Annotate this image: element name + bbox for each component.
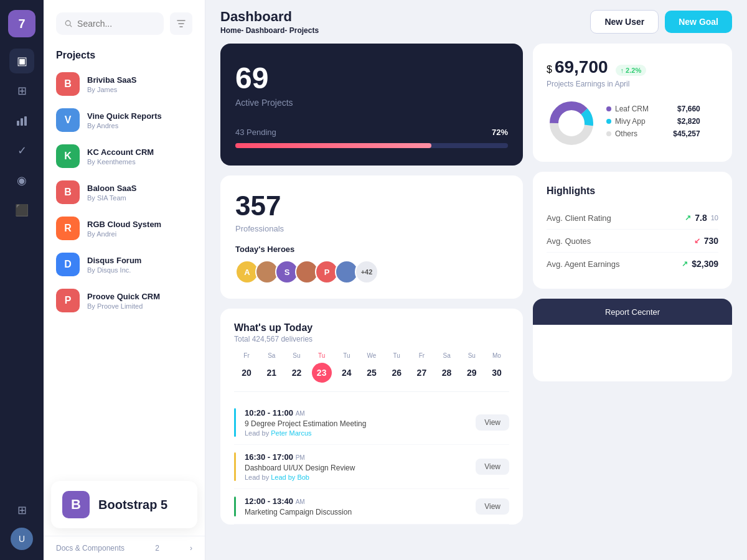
legend-dot	[606, 131, 611, 136]
active-projects-label: Active Projects	[235, 98, 508, 108]
nav-icon-box[interactable]: ⬛	[9, 198, 34, 223]
heroes-row: Today's Heroes ASP+42	[235, 245, 508, 284]
project-by: By SIA Team	[87, 194, 136, 202]
calendar-day[interactable]: Tu24	[334, 352, 359, 383]
nav-user-avatar[interactable]: 7	[8, 10, 35, 37]
progress-bar-fill	[235, 143, 431, 148]
project-icon: B	[56, 180, 80, 204]
highlight-label: Avg. Agent Earnings	[547, 259, 620, 269]
calendar-day[interactable]: Sa28	[435, 352, 459, 383]
bootstrap-label: Bootstrap 5	[98, 498, 167, 512]
professionals-card: 357 Professionals Today's Heroes ASP+42	[220, 175, 523, 299]
header-actions: New User New Goal	[590, 10, 732, 34]
project-item[interactable]: V Vine Quick Reports By Andres	[44, 102, 205, 138]
svg-rect-1	[21, 118, 23, 126]
nav-icon-grid2[interactable]: ⊞	[9, 498, 34, 523]
filter-icon[interactable]	[170, 12, 192, 35]
project-name: Proove Quick CRM	[87, 292, 160, 301]
calendar-day[interactable]: Su22	[284, 352, 309, 383]
panel-side-button[interactable]: Buy now	[580, 325, 604, 381]
panel-side-button[interactable]: Help	[557, 325, 580, 381]
earnings-card: $ 69,700 ↑ 2.2% Projects Earnings in Apr…	[533, 44, 732, 162]
event-lead-link[interactable]: Lead by Bob	[271, 474, 309, 481]
nav-icon-dashboard[interactable]: ▣	[9, 49, 34, 73]
trend-icon: ↙	[694, 236, 700, 245]
nav-icon-grid[interactable]: ⊞	[9, 78, 34, 103]
nav-icon-check[interactable]: ✓	[9, 138, 34, 163]
new-user-button[interactable]: New User	[590, 10, 659, 34]
project-item[interactable]: R RGB Cloud System By Andrei	[44, 210, 205, 246]
project-item[interactable]: B Briviba SaaS By James	[44, 66, 205, 102]
calendar-day[interactable]: We25	[359, 352, 384, 383]
project-by: By Andres	[87, 122, 162, 129]
search-box[interactable]	[56, 12, 164, 35]
new-goal-button[interactable]: New Goal	[665, 11, 732, 33]
calendar-day[interactable]: Sa21	[259, 352, 284, 383]
pending-row: 43 Pending 72%	[235, 128, 508, 137]
event-item: 16:30 - 17:00 PM Dashboard UI/UX Design …	[234, 445, 509, 489]
project-by: By Keenthemes	[87, 158, 154, 166]
top-header: Dashboard Home- Dashboard- Projects New …	[205, 0, 747, 44]
highlight-value: ↗ $2,309	[682, 259, 718, 269]
project-name: Baloon SaaS	[87, 184, 136, 193]
legend-value: $7,660	[677, 105, 700, 113]
heroes-label: Today's Heroes	[235, 245, 508, 254]
nav-icon-layers[interactable]: ◉	[9, 168, 34, 193]
highlight-value: ↙ 730	[694, 236, 718, 246]
sidebar-projects-title: Projects	[44, 41, 205, 66]
calendar-day[interactable]: Su29	[459, 352, 484, 383]
legend-label: Others	[615, 129, 644, 138]
project-item[interactable]: K KC Account CRM By Keenthemes	[44, 138, 205, 174]
event-view-button[interactable]: View	[476, 414, 509, 431]
active-projects-card: 69 Active Projects 43 Pending 72%	[220, 44, 523, 166]
project-name: Vine Quick Reports	[87, 111, 162, 121]
left-navigation: 7 ▣ ⊞ ✓ ◉ ⬛ ⊞ U	[0, 0, 44, 560]
search-input[interactable]	[77, 19, 155, 29]
project-icon: B	[56, 72, 80, 96]
bootstrap-banner[interactable]: B Bootstrap 5	[51, 481, 197, 528]
project-icon: D	[56, 253, 80, 276]
donut-legend: Leaf CRM $7,660 Mivy App $2,820 Others $…	[606, 105, 700, 142]
event-lead-link[interactable]: Peter Marcus	[271, 429, 311, 437]
nav-icon-chart[interactable]	[9, 108, 34, 133]
panel-section: Report Cecnter ExploreHelpBuy now	[533, 299, 732, 381]
event-lead: Lead by Peter Marcus	[245, 429, 467, 437]
project-item[interactable]: D Disqus Forum By Disqus Inc.	[44, 246, 205, 282]
calendar-day[interactable]: Fr27	[409, 352, 434, 383]
project-item[interactable]: B Baloon SaaS By SIA Team	[44, 174, 205, 210]
calendar-day[interactable]: Tu23	[309, 352, 334, 383]
event-title: 9 Degree Project Estimation Meeting	[245, 419, 467, 428]
highlights-card: Highlights Avg. Client Rating ↗ 7.8 10 A…	[533, 172, 732, 289]
calendar-day[interactable]: Tu26	[384, 352, 409, 383]
project-by: By Proove Limited	[87, 302, 160, 310]
project-name: RGB Cloud System	[87, 220, 161, 229]
calendar-day[interactable]: Mo30	[484, 352, 509, 383]
pending-label: 43 Pending	[235, 128, 276, 137]
legend-item: Leaf CRM $7,660	[606, 105, 700, 113]
project-icon: P	[56, 289, 80, 312]
event-item: 12:00 - 13:40 AM Marketing Campaign Disc…	[234, 489, 509, 525]
legend-dot	[606, 119, 611, 124]
nav-user-profile-avatar[interactable]: U	[11, 528, 33, 550]
content-area: 69 Active Projects 43 Pending 72% 357 Pr…	[205, 44, 747, 560]
bootstrap-icon: B	[62, 491, 90, 518]
project-icon: R	[56, 217, 80, 240]
docs-label: Docs & Components	[56, 544, 125, 553]
sidebar-search-area	[44, 0, 205, 41]
project-item[interactable]: P Proove Quick CRM By Proove Limited	[44, 282, 205, 319]
highlight-label: Avg. Quotes	[547, 236, 591, 246]
docs-row[interactable]: Docs & Components 2 ›	[44, 536, 205, 560]
report-center-btn[interactable]: Report Cecnter	[533, 299, 732, 325]
donut-chart	[547, 98, 596, 148]
today-subtitle: Total 424,567 deliveries	[234, 335, 312, 343]
project-by: By James	[87, 86, 137, 93]
calendar-day[interactable]: Fr20	[234, 352, 259, 383]
event-view-button[interactable]: View	[476, 459, 509, 475]
docs-arrow: ›	[190, 544, 192, 553]
svg-rect-0	[17, 121, 19, 126]
sidebar: Projects B Briviba SaaS By James V Vine …	[44, 0, 205, 560]
today-header: What's up Today Total 424,567 deliveries	[234, 322, 509, 343]
event-view-button[interactable]: View	[476, 498, 509, 515]
event-line	[234, 497, 236, 516]
panel-side-button[interactable]: Explore	[533, 325, 557, 381]
